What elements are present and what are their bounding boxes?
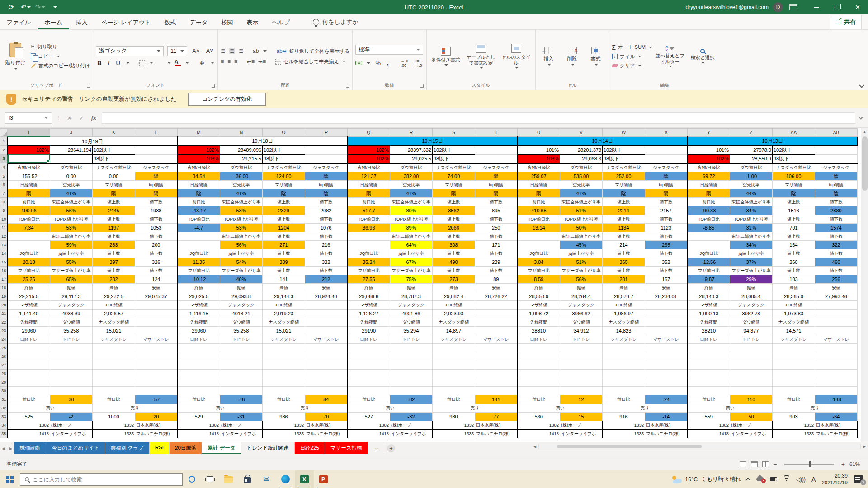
cell-X7[interactable]: 陽 [645, 189, 688, 197]
cell-AB31[interactable]: -148 [815, 395, 858, 404]
cell-W35[interactable]: 1333 [603, 429, 645, 438]
cell-S33[interactable]: 980 [433, 412, 475, 421]
cell-X17[interactable]: 157 [645, 275, 688, 283]
cell-O20[interactable]: TOP終値 [263, 300, 305, 309]
cell-L8[interactable]: 値下数 [135, 197, 178, 206]
cell-N27[interactable] [220, 361, 263, 369]
cell-Y29[interactable] [688, 378, 730, 386]
cell-V31[interactable]: 12 [560, 395, 603, 404]
cell-J24[interactable]: トピトレ [50, 335, 93, 343]
row-header-35[interactable]: 35 [0, 429, 8, 438]
cell-P4[interactable]: ジャスダック [305, 163, 348, 172]
cell-Y5[interactable]: 69.72 [688, 172, 730, 180]
cell-Y17[interactable]: -9.87 [688, 275, 730, 283]
cell-I16[interactable]: マザ前日比 [8, 266, 50, 275]
cell-U18[interactable]: 終値 [518, 283, 560, 292]
cell-L31[interactable]: -57 [135, 395, 178, 404]
cell-U16[interactable]: マザ前日比 [518, 266, 560, 275]
cell-V9[interactable]: 51% [560, 206, 603, 215]
cell-I5[interactable]: -155.52 [8, 172, 50, 180]
cell-AA10[interactable]: 値上数 [773, 215, 815, 223]
cell-U29[interactable] [518, 378, 560, 386]
cell-K14[interactable]: 値上数 [93, 249, 135, 258]
cell-P18[interactable]: 安値 [305, 283, 348, 292]
cell-Q6[interactable]: 日経陽陰 [348, 180, 390, 189]
cell-L11[interactable]: 1053 [135, 223, 178, 232]
cell-O30[interactable] [263, 386, 305, 395]
cell-Q8[interactable]: 前日比 [348, 197, 390, 206]
cell-X19[interactable]: 28,234.01 [645, 292, 688, 300]
row-header-20[interactable]: 20 [0, 300, 8, 309]
cell-L35[interactable]: マルハニチロ(株) [135, 429, 178, 438]
cell-P21[interactable] [305, 309, 348, 318]
cell-T10[interactable]: 値下数 [475, 215, 518, 223]
cell-T2[interactable] [475, 145, 518, 154]
cell-U20[interactable]: マザ終値 [518, 300, 560, 309]
cell-AB26[interactable] [815, 352, 858, 361]
menu-tab-3[interactable]: 挿入 [69, 14, 94, 29]
cell-S13[interactable]: 308 [433, 240, 475, 249]
cell-L20[interactable] [135, 300, 178, 309]
cell-S18[interactable]: 高値 [433, 283, 475, 292]
weather-widget[interactable]: 16°C くもり時々晴れ [672, 475, 741, 483]
cell-Z26[interactable] [730, 352, 773, 361]
vertical-scrollbar[interactable]: ▲ [861, 128, 868, 442]
cell-R30[interactable] [390, 386, 433, 395]
cell-I6[interactable]: 日経陽陰 [8, 180, 50, 189]
cell-J17[interactable]: 65% [50, 275, 93, 283]
cell-I25[interactable] [8, 343, 50, 352]
fill-button[interactable]: ↓フィル [612, 53, 652, 60]
cell-Z24[interactable]: トピトレ [730, 335, 773, 343]
cell-K8[interactable]: 値上数 [93, 197, 135, 206]
cell-T12[interactable]: 値下数 [475, 232, 518, 240]
cell-W22[interactable]: ナスダック終値 [603, 318, 645, 326]
cell-K35[interactable]: 1333 [93, 429, 135, 438]
cell-T29[interactable] [475, 378, 518, 386]
share-button[interactable]: 共有 [830, 15, 862, 29]
cell-O32[interactable]: 売り [263, 404, 348, 412]
enable-content-button[interactable]: コンテンツの有効化 [188, 93, 266, 106]
cell-S32[interactable]: 売り [433, 404, 518, 412]
cell-U9[interactable]: 410.65 [518, 206, 560, 215]
number-dialog-launcher-icon[interactable] [420, 84, 424, 88]
cell-L5[interactable]: 陽 [135, 172, 178, 180]
cell-V14[interactable]: jq値上がり率 [560, 249, 603, 258]
cell-W10[interactable]: 値上数 [603, 215, 645, 223]
cell-U33[interactable]: 560 [518, 412, 560, 421]
cell-X3[interactable] [645, 154, 688, 163]
cell-W12[interactable]: 値上数 [603, 232, 645, 240]
cell-Y20[interactable]: マザ終値 [688, 300, 730, 309]
cell-X31[interactable]: -24 [645, 395, 688, 404]
cell-Q28[interactable] [348, 369, 390, 378]
cell-U31[interactable]: 前日比 [518, 395, 560, 404]
cell-Q22[interactable]: 先物夜間 [348, 318, 390, 326]
cell-J7[interactable]: 41% [50, 189, 93, 197]
cell-N33[interactable]: -31 [220, 412, 263, 421]
cell-U25[interactable] [518, 343, 560, 352]
cell-S31[interactable]: 前日比 [433, 395, 475, 404]
cell-S25[interactable] [433, 343, 475, 352]
cell-S2[interactable]: 102以上 [433, 145, 475, 154]
cell-P22[interactable] [305, 318, 348, 326]
cell-V26[interactable] [560, 352, 603, 361]
cell-O22[interactable]: ナスダック終値 [263, 318, 305, 326]
cell-L17[interactable]: 124 [135, 275, 178, 283]
cell-T9[interactable]: 895 [475, 206, 518, 215]
cell-J13[interactable]: 59% [50, 240, 93, 249]
cell-P3[interactable] [305, 154, 348, 163]
cell-J5[interactable]: 0.00 [50, 172, 93, 180]
cell-M1[interactable]: 10月18日 [178, 137, 348, 146]
cell-S30[interactable] [433, 386, 475, 395]
cell-Q33[interactable]: 527 [348, 412, 390, 421]
font-dialog-launcher-icon[interactable] [212, 84, 215, 88]
cell-J15[interactable]: 55% [50, 258, 93, 266]
row-header-7[interactable]: 7 [0, 189, 8, 197]
notification-center-icon[interactable]: 2 [854, 475, 863, 483]
decrease-indent-icon[interactable]: ⇤≡ [247, 59, 255, 64]
cell-M16[interactable]: マザ前日比 [178, 266, 220, 275]
cell-V27[interactable] [560, 361, 603, 369]
column-header-AA[interactable]: AA [773, 129, 815, 137]
cell-S27[interactable] [433, 361, 475, 369]
cell-AA9[interactable]: 1516 [773, 206, 815, 215]
cell-U3[interactable]: 103% [518, 154, 560, 163]
